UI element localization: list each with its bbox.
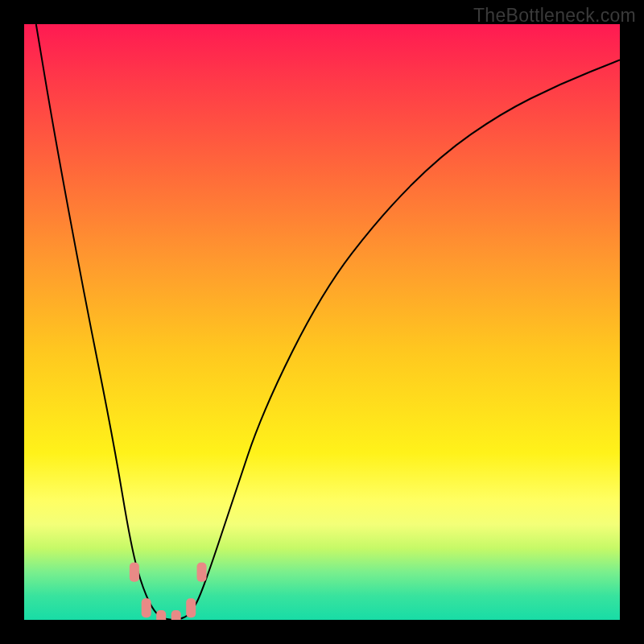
bottleneck-curve bbox=[36, 24, 620, 620]
marker-dot bbox=[197, 563, 207, 582]
watermark-text: TheBottleneck.com bbox=[473, 5, 636, 27]
chart-svg bbox=[24, 24, 620, 620]
marker-dot bbox=[130, 563, 139, 582]
marker-dot bbox=[156, 610, 166, 620]
marker-dot bbox=[171, 610, 181, 620]
marker-dot bbox=[186, 598, 196, 617]
plot-area bbox=[24, 24, 620, 620]
data-markers bbox=[130, 563, 207, 620]
marker-dot bbox=[142, 598, 151, 617]
